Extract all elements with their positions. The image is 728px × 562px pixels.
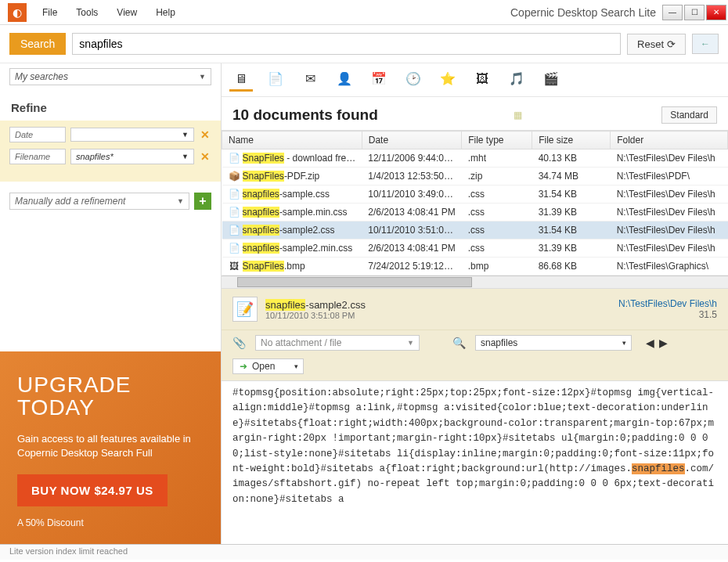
main-menu: File Tools View Help (34, 4, 183, 21)
table-row[interactable]: 🖼SnapFiles.bmp7/24/2012 5:19:12….bmp86.6… (222, 258, 728, 276)
search-input[interactable] (72, 33, 621, 55)
add-refinement-dropdown[interactable]: Manually add a refinement▼ (9, 193, 189, 210)
table-row[interactable]: 📄snapfiles-sample.css10/11/2010 3:49:0….… (222, 186, 728, 204)
discount-text: A 50% Discount (17, 517, 204, 528)
refine-date-remove[interactable]: ✕ (199, 128, 211, 141)
table-row[interactable]: 📄snapfiles-sample2.css10/11/2010 3:51:0…… (222, 222, 728, 240)
refine-date-value[interactable]: ▼ (70, 128, 194, 142)
my-searches-dropdown[interactable]: My searches▼ (9, 68, 211, 85)
horizontal-scrollbar[interactable] (222, 276, 728, 288)
filter-all-icon[interactable]: 🖥 (229, 68, 253, 92)
table-row[interactable]: 📄SnapFiles - download fre…12/11/2006 9:4… (222, 150, 728, 168)
app-logo-icon: ◐ (8, 3, 27, 22)
preview-filename: snapfiles-sample2.css (265, 299, 611, 311)
results-table: Name Date File type File size Folder 📄Sn… (222, 131, 728, 276)
filter-contacts-icon[interactable]: 👤 (333, 68, 356, 92)
filter-pictures-icon[interactable]: 🖼 (470, 68, 494, 92)
col-folder[interactable]: Folder (611, 131, 728, 150)
back-button[interactable]: ← (692, 34, 719, 54)
add-refinement-button[interactable]: + (194, 193, 211, 210)
preview-date: 10/11/2010 3:51:08 PM (265, 311, 611, 320)
grid-icon[interactable]: ▦ (514, 110, 522, 121)
window-title: Copernic Desktop Search Lite (510, 6, 656, 19)
status-bar: Lite version index limit reached (0, 544, 728, 560)
refine-heading: Refine (0, 93, 221, 121)
chevron-down-icon: ▼ (199, 73, 206, 81)
filter-music-icon[interactable]: 🎵 (505, 68, 528, 92)
menu-view[interactable]: View (109, 4, 145, 21)
refine-filename-remove[interactable]: ✕ (199, 150, 211, 163)
col-type[interactable]: File type (462, 131, 532, 150)
preview-content[interactable]: #topmsg{position:absolute;right:25px;top… (222, 381, 728, 544)
attachment-icon[interactable]: 📎 (232, 337, 246, 349)
col-date[interactable]: Date (362, 131, 461, 150)
menu-tools[interactable]: Tools (68, 4, 106, 21)
refine-filename-value[interactable]: snapfiles*▼ (70, 149, 194, 164)
attachment-dropdown[interactable]: No attachment / file▼ (255, 335, 420, 351)
maximize-button[interactable]: ☐ (684, 5, 705, 20)
refine-filename-label[interactable]: Filename (9, 149, 66, 164)
filter-history-icon[interactable]: 🕑 (402, 68, 425, 92)
filter-video-icon[interactable]: 🎬 (539, 68, 563, 92)
menu-help[interactable]: Help (148, 4, 183, 21)
preview-next-button[interactable]: ▶ (658, 337, 669, 349)
minimize-button[interactable]: — (662, 5, 683, 20)
table-row[interactable]: 📦SnapFiles-PDF.zip1/4/2013 12:53:50….zip… (222, 168, 728, 186)
preview-search-input[interactable]: snapfiles▾ (475, 335, 632, 351)
open-icon: ➜ (240, 361, 247, 372)
preview-path[interactable]: N:\TestFiles\Dev Files\h (618, 298, 717, 309)
col-name[interactable]: Name (222, 131, 362, 150)
table-row[interactable]: 📄snapfiles-sample2.min.css2/6/2013 4:08:… (222, 240, 728, 258)
upgrade-panel: UPGRADETODAY Gain access to all features… (0, 351, 221, 544)
reset-button[interactable]: Reset⟳ (627, 34, 686, 55)
filter-calendar-icon[interactable]: 📅 (367, 68, 391, 92)
close-button[interactable]: ✕ (706, 5, 726, 20)
reset-icon: ⟳ (667, 38, 676, 50)
preview-prev-button[interactable]: ◀ (644, 337, 656, 349)
buy-now-button[interactable]: BUY NOW $24.97 US (17, 474, 168, 506)
col-size[interactable]: File size (532, 131, 611, 150)
results-count: 10 documents found (232, 106, 378, 124)
filter-email-icon[interactable]: ✉ (298, 68, 322, 92)
search-label: Search (9, 33, 66, 55)
preview-search-icon[interactable]: 🔍 (452, 337, 466, 349)
preview-file-icon: 📝 (232, 297, 258, 322)
open-button[interactable]: ➜Open (232, 358, 304, 374)
filter-documents-icon[interactable]: 📄 (264, 68, 287, 92)
preview-size: 31.5 (618, 309, 717, 320)
refine-date-label[interactable]: Date (9, 127, 66, 142)
table-row[interactable]: 📄snapfiles-sample.min.css2/6/2013 4:08:4… (222, 204, 728, 222)
menu-file[interactable]: File (34, 4, 65, 21)
filter-favorites-icon[interactable]: ⭐ (436, 68, 460, 92)
view-mode-dropdown[interactable]: Standard (661, 106, 717, 124)
